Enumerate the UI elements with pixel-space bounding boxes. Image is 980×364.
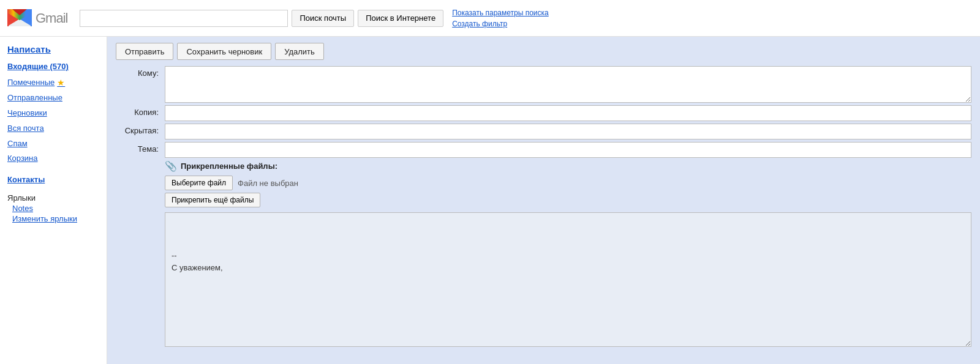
attachments-label: Прикрепленные файлы: bbox=[181, 162, 277, 171]
send-button[interactable]: Отправить bbox=[116, 43, 173, 60]
sidebar-item-edit-labels[interactable]: Изменить ярлыки bbox=[0, 214, 107, 224]
search-input[interactable] bbox=[80, 10, 288, 27]
attachments-section: 📎 Прикрепленные файлы: bbox=[116, 160, 971, 172]
compose-content: Отправить Сохранить черновик Удалить Ком… bbox=[107, 37, 980, 364]
subject-label: Тема: bbox=[116, 142, 165, 154]
show-search-params-link[interactable]: Показать параметры поиска bbox=[452, 7, 549, 18]
cc-row: Копия: bbox=[116, 105, 971, 121]
main-layout: Написать Входящие (570) Помеченные ★ Отп… bbox=[0, 37, 980, 364]
to-label: Кому: bbox=[116, 66, 165, 78]
attach-more-row: Прикрепить ещё файлы bbox=[116, 193, 971, 207]
star-icon: ★ bbox=[57, 76, 65, 89]
sidebar-item-trash[interactable]: Корзина bbox=[0, 151, 107, 166]
sidebar-item-sent[interactable]: Отправленные bbox=[0, 91, 107, 106]
sidebar-item-spam[interactable]: Спам bbox=[0, 136, 107, 152]
compose-toolbar: Отправить Сохранить черновик Удалить bbox=[116, 43, 971, 60]
bcc-input[interactable] bbox=[165, 124, 971, 139]
search-mail-button[interactable]: Поиск почты bbox=[292, 10, 354, 27]
sidebar-item-inbox[interactable]: Входящие (570) bbox=[0, 59, 107, 75]
attach-more-button[interactable]: Прикрепить ещё файлы bbox=[165, 193, 260, 207]
sidebar-item-allmail[interactable]: Вся почта bbox=[0, 121, 107, 136]
sidebar-item-notes[interactable]: Notes bbox=[0, 203, 107, 214]
delete-button[interactable]: Удалить bbox=[275, 43, 324, 60]
no-file-text: Файл не выбран bbox=[238, 179, 298, 188]
gmail-wordmark: Gmail bbox=[36, 10, 67, 26]
subject-input[interactable] bbox=[165, 142, 971, 158]
bcc-row: Скрытая: bbox=[116, 124, 971, 139]
save-draft-button[interactable]: Сохранить черновик bbox=[177, 43, 271, 60]
sidebar-item-compose[interactable]: Написать bbox=[0, 42, 107, 59]
to-row: Кому: bbox=[116, 66, 971, 103]
to-input[interactable] bbox=[165, 66, 971, 103]
sidebar-item-drafts[interactable]: Черновики bbox=[0, 106, 107, 121]
logo-area: Gmail bbox=[7, 9, 67, 28]
file-input-row: Выберите файл Файл не выбран bbox=[116, 176, 971, 190]
cc-input[interactable] bbox=[165, 105, 971, 121]
search-links: Показать параметры поиска Создать фильтр bbox=[452, 7, 549, 29]
search-area: Поиск почты Поиск в Интернете Показать п… bbox=[80, 7, 973, 29]
message-body[interactable]: -- С уважением, bbox=[165, 212, 971, 347]
cc-label: Копия: bbox=[116, 105, 165, 117]
choose-file-button[interactable]: Выберите файл bbox=[165, 176, 233, 190]
sidebar-item-contacts[interactable]: Контакты bbox=[0, 173, 107, 188]
signature-text: С уважением, bbox=[172, 263, 223, 272]
create-filter-link[interactable]: Создать фильтр bbox=[452, 18, 549, 29]
sidebar-item-starred[interactable]: Помеченные ★ bbox=[0, 75, 107, 91]
paperclip-icon: 📎 bbox=[165, 160, 177, 172]
bcc-label: Скрытая: bbox=[116, 124, 165, 135]
gmail-logo-icon bbox=[7, 9, 32, 28]
subject-row: Тема: bbox=[116, 142, 971, 158]
sidebar: Написать Входящие (570) Помеченные ★ Отп… bbox=[0, 37, 107, 364]
sidebar-labels-section: Ярлыки bbox=[0, 193, 107, 203]
search-web-button[interactable]: Поиск в Интернете bbox=[358, 10, 443, 27]
message-signature: -- С уважением, bbox=[172, 250, 965, 273]
header: Gmail Поиск почты Поиск в Интернете Пока… bbox=[0, 0, 980, 37]
